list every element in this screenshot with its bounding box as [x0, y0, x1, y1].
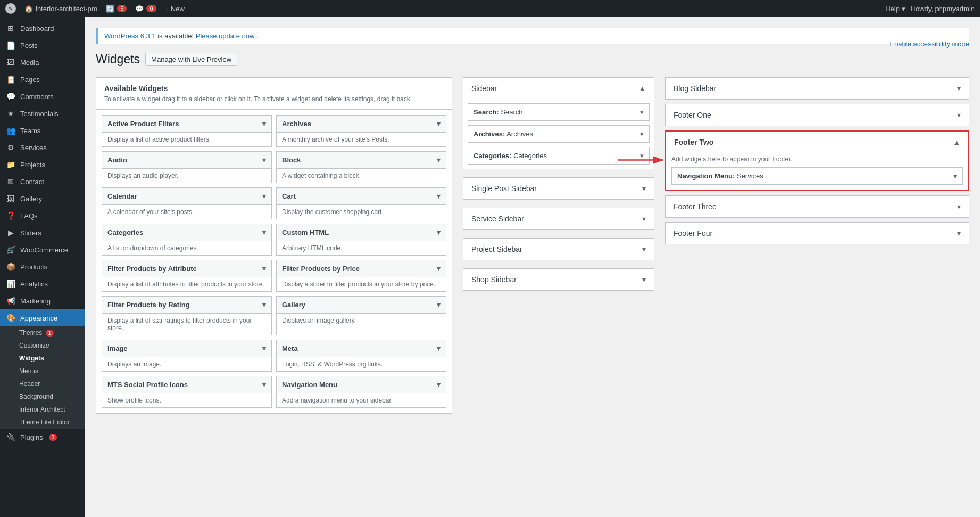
sidebar-item-pages[interactable]: 📋 Pages [0, 71, 85, 88]
admin-bar: W 🏠 interior-architect-pro 🔄 5 💬 0 + New… [0, 0, 980, 17]
widget-item[interactable]: Archives ▾ A monthly archive of your sit… [276, 115, 446, 147]
sidebar-item-label: Pages [20, 76, 40, 84]
sidebar-item-products[interactable]: 📦 Products [0, 258, 85, 275]
chevron-down-icon: ▾ [957, 111, 961, 119]
submenu-menus[interactable]: Menus [0, 365, 85, 378]
widget-item[interactable]: Audio ▾ Displays an audio player. [102, 151, 272, 183]
widget-name: MTS Social Profile Icons [107, 381, 188, 389]
widget-label: Search: Search [474, 108, 523, 116]
blog-sidebar-header[interactable]: Blog Sidebar ▾ [666, 78, 969, 99]
help-item[interactable]: Help ▾ [885, 5, 905, 13]
footer-two-header[interactable]: Footer Two ▲ [666, 132, 968, 153]
live-preview-button[interactable]: Manage with Live Preview [145, 53, 237, 66]
updates-item[interactable]: 🔄 5 [106, 5, 127, 13]
sidebar-item-woocommerce[interactable]: 🛒 WooCommerce [0, 241, 85, 258]
available-widgets-panel: Available Widgets To activate a widget d… [96, 77, 452, 414]
widget-name: Categories [107, 228, 143, 236]
submenu-interior-architect[interactable]: Interior Architect [0, 403, 85, 416]
widget-desc: A calendar of your site's posts. [102, 205, 271, 219]
new-item[interactable]: + New [165, 5, 185, 13]
widget-item[interactable]: Navigation Menu ▾ Add a navigation menu … [276, 376, 446, 408]
widget-item-header: Archives ▾ [277, 116, 446, 133]
right-sidebar-widget-header: Navigation Menu: Services ▾ [672, 168, 962, 184]
comments-item[interactable]: 💬 0 [135, 5, 156, 13]
sidebar-item-gallery[interactable]: 🖼 Gallery [0, 190, 85, 207]
sidebar-item-comments[interactable]: 💬 Comments [0, 88, 85, 105]
widget-desc: Add a navigation menu to your sidebar. [277, 393, 446, 407]
service-sidebar-title: Service Sidebar [471, 215, 524, 223]
sidebar-item-analytics[interactable]: 📊 Analytics [0, 275, 85, 292]
sidebar-item-dashboard[interactable]: ⊞ Dashboard [0, 20, 85, 37]
widgets-area: Available Widgets To activate a widget d… [96, 77, 969, 414]
sidebar-item-appearance[interactable]: 🎨 Appearance [0, 309, 85, 326]
footer-two-widget-navmenu[interactable]: Navigation Menu: Services ▾ [671, 167, 963, 185]
site-name-item[interactable]: 🏠 interior-architect-pro [24, 5, 97, 13]
widget-item-header: Meta ▾ [277, 340, 446, 357]
sidebar-item-contact[interactable]: ✉ Contact [0, 173, 85, 190]
sidebar-widget-search[interactable]: Search: Search ▾ [468, 103, 650, 121]
service-sidebar-header[interactable]: Service Sidebar ▾ [463, 208, 654, 229]
chevron-down-icon: ▾ [642, 215, 646, 223]
chevron-down-icon: ▾ [262, 381, 266, 389]
sidebar-widget-categories[interactable]: Categories: Categories ▾ [468, 147, 650, 165]
sidebar-item-label: Sliders [20, 229, 41, 237]
widget-item[interactable]: Meta ▾ Login, RSS, & WordPress.org links… [276, 340, 446, 372]
main-sidebar-panel: Sidebar ▲ Search: Search ▾ Archive [463, 77, 654, 169]
wp-update-link[interactable]: WordPress 6.3.1 [104, 32, 156, 40]
sidebar-item-label: Marketing [20, 297, 51, 305]
sidebar-widget-archives[interactable]: Archives: Archives ▾ [468, 125, 650, 143]
submenu-widgets[interactable]: Widgets [0, 352, 85, 365]
sidebar-item-posts[interactable]: 📄 Posts [0, 37, 85, 54]
widget-item[interactable]: Calendar ▾ A calendar of your site's pos… [102, 187, 272, 219]
widget-item[interactable]: Filter Products by Price ▾ Display a sli… [276, 260, 446, 292]
widget-desc: Arbitrary HTML code. [277, 241, 446, 255]
howdy-text: Howdy, phpmyadmin [911, 5, 975, 13]
sidebar-item-marketing[interactable]: 📢 Marketing [0, 292, 85, 309]
widget-item-header: Calendar ▾ [102, 188, 271, 205]
please-update-link[interactable]: Please update now [196, 32, 255, 40]
widget-item[interactable]: Cart ▾ Display the customer shopping car… [276, 187, 446, 219]
footer-one-header[interactable]: Footer One ▾ [666, 104, 969, 126]
wp-logo-item[interactable]: W [5, 3, 16, 14]
faqs-icon: ❓ [5, 211, 16, 220]
footer-four-title: Footer Four [674, 229, 712, 237]
submenu-theme-file-editor[interactable]: Theme File Editor [0, 416, 85, 429]
update-count: 5 [117, 5, 127, 12]
submenu-customize[interactable]: Customize [0, 339, 85, 352]
user-greeting[interactable]: Howdy, phpmyadmin [911, 5, 975, 13]
site-name: interior-architect-pro [36, 5, 97, 13]
footer-three-header[interactable]: Footer Three ▾ [666, 196, 969, 217]
widget-item[interactable]: Block ▾ A widget containing a block. [276, 151, 446, 183]
main-sidebar-header[interactable]: Sidebar ▲ [463, 78, 654, 99]
footer-two-content: Add widgets here to appear in your Foote… [666, 153, 968, 190]
sidebar-item-sliders[interactable]: ▶ Sliders [0, 224, 85, 241]
widget-item[interactable]: Filter Products by Rating ▾ Display a li… [102, 296, 272, 335]
submenu-background[interactable]: Background [0, 390, 85, 403]
footer-four-header[interactable]: Footer Four ▾ [666, 223, 969, 244]
sidebar-item-media[interactable]: 🖼 Media [0, 54, 85, 71]
sidebar-item-projects[interactable]: 📁 Projects [0, 156, 85, 173]
submenu-themes[interactable]: Themes 1 [0, 326, 85, 339]
widget-item[interactable]: Gallery ▾ Displays an image gallery. [276, 296, 446, 335]
widget-item[interactable]: Categories ▾ A list or dropdown of categ… [102, 224, 272, 256]
widget-item[interactable]: Custom HTML ▾ Arbitrary HTML code. [276, 224, 446, 256]
sidebar-item-label: Media [20, 59, 39, 67]
sidebar-item-plugins[interactable]: 🔌 Plugins 3 [0, 429, 85, 446]
widget-item[interactable]: MTS Social Profile Icons ▾ Show profile … [102, 376, 272, 408]
single-post-sidebar-header[interactable]: Single Post Sidebar ▾ [463, 178, 654, 199]
chevron-down-icon: ▾ [957, 84, 961, 93]
widget-item[interactable]: Image ▾ Displays an image. [102, 340, 272, 372]
submenu-header[interactable]: Header [0, 378, 85, 390]
sidebar-item-testimonials[interactable]: ★ Testimonials [0, 105, 85, 122]
shop-sidebar-header[interactable]: Shop Sidebar ▾ [463, 269, 654, 290]
project-sidebar-header[interactable]: Project Sidebar ▾ [463, 239, 654, 260]
enable-accessibility-link[interactable]: Enable accessibility mode [890, 40, 969, 48]
chevron-down-icon: ▾ [262, 228, 266, 236]
widget-item[interactable]: Filter Products by Attribute ▾ Display a… [102, 260, 272, 292]
sliders-icon: ▶ [5, 228, 16, 237]
update-notice-text: is available! [157, 32, 196, 40]
sidebar-item-services[interactable]: ⚙ Services [0, 139, 85, 156]
sidebar-item-teams[interactable]: 👥 Teams [0, 122, 85, 139]
widget-item[interactable]: Active Product Filters ▾ Display a list … [102, 115, 272, 147]
sidebar-item-faqs[interactable]: ❓ FAQs [0, 207, 85, 224]
